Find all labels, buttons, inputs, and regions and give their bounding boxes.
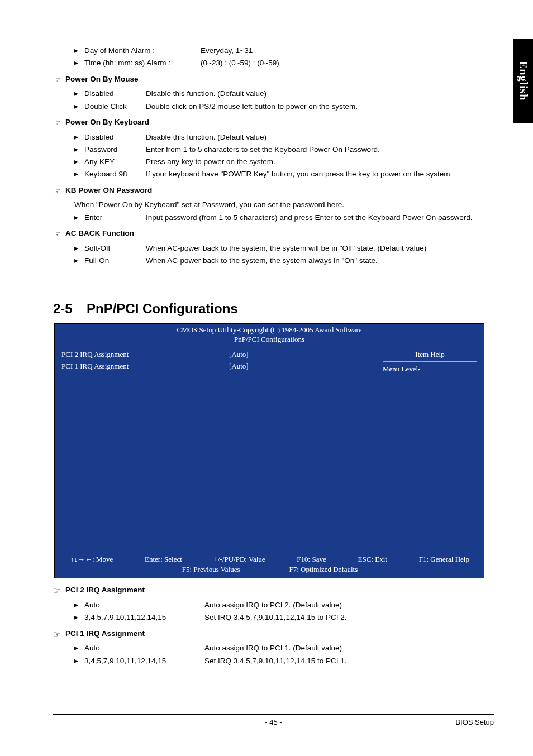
option-row: ▸ Disabled Disable this function. (Defau… [74,131,494,143]
option-desc: Set IRQ 3,4,5,7,9,10,11,12,14,15 to PCI … [204,611,494,624]
option-desc: Disable this function. (Default value) [146,131,494,143]
pointer-icon: ☞ [53,116,65,130]
bios-field-value[interactable]: [Auto] [229,348,373,360]
option-label: Auto [84,599,204,611]
option-row: ▸ Password Enter from 1 to 5 characters … [74,143,494,156]
page-number: - 45 - [265,716,282,728]
bios-title-1: CMOS Setup Utility-Copyright (C) 1984-20… [55,325,484,335]
bios-title: CMOS Setup Utility-Copyright (C) 1984-20… [55,324,484,344]
option-row: ▸ Auto Auto assign IRQ to PCI 1. (Defaul… [74,642,494,654]
bullet-icon: ▸ [74,212,84,224]
bios-title-2: PnP/PCI Configurations [55,334,484,344]
bullet-icon: ▸ [74,255,84,267]
pointer-icon: ☞ [53,73,65,87]
option-row: ▸ Keyboard 98 If your keyboard have "POW… [74,168,494,180]
option-row: ▸ 3,4,5,7,9,10,11,12,14,15 Set IRQ 3,4,5… [74,655,494,667]
option-row: ▸ Disabled Disable this function. (Defau… [74,88,494,100]
bios-menu-level: Menu Level [383,363,477,375]
bullet-icon: ▸ [74,88,84,100]
option-label: Password [84,143,146,156]
bullet-icon: ▸ [74,599,84,611]
option-row: ▸ Soft-Off When AC-power back to the sys… [74,242,494,255]
option-desc: Double click on PS/2 mouse left button t… [146,101,494,113]
heading-text: PCI 1 IRQ Assignment [65,628,494,642]
bios-settings-pane[interactable]: PCI 2 IRQ Assignment [Auto] PCI 1 IRQ As… [57,346,378,552]
option-row: ▸ Enter Input password (from 1 to 5 char… [74,212,494,224]
option-desc: Input password (from 1 to 5 characters) … [146,212,494,224]
menu-level-text: Menu Level [383,365,418,373]
option-label: Enter [84,212,146,224]
option-desc: Enter from 1 to 5 characters to set the … [146,143,494,156]
bios-help-header: Item Help [383,348,477,362]
pointer-icon: ☞ [53,184,65,198]
bullet-icon: ▸ [74,642,84,654]
option-desc: Auto assign IRQ to PCI 1. (Default value… [204,642,494,654]
bios-setup-screen: CMOS Setup Utility-Copyright (C) 1984-20… [54,323,484,578]
key-f1: F1: General Help [419,554,474,564]
section-title: PnP/PCI Configurations [87,298,238,320]
bullet-icon: ▸ [74,611,84,624]
option-label: Keyboard 98 [84,168,146,180]
option-row: ▸ Double Click Double click on PS/2 mous… [74,101,494,113]
bullet-icon: ▸ [74,242,84,255]
bios-row[interactable]: PCI 1 IRQ Assignment [Auto] [61,360,373,372]
bullet-icon: ▸ [74,101,84,113]
heading-power-on-mouse: ☞ Power On By Mouse [53,73,494,87]
alarm-day-value: Everyday, 1~31 [201,45,494,57]
heading-text: KB Power ON Password [65,184,494,198]
heading-text: Power On By Keyboard [65,116,494,130]
option-label: Soft-Off [84,242,146,255]
page-content: ▸ Day of Month Alarm : Everyday, 1~31 ▸ … [0,0,533,667]
bios-field-value[interactable]: [Auto] [229,360,373,372]
key-esc: ESC: Exit [358,554,392,564]
option-row: ▸ Any KEY Press any key to power on the … [74,156,494,168]
bullet-icon: ▸ [74,168,84,180]
bios-field-label: PCI 2 IRQ Assignment [61,348,229,360]
option-label: Disabled [84,88,146,100]
key-pupd: +/-/PU/PD: Value [214,554,270,564]
key-enter: Enter: Select [145,554,187,564]
option-label: Full-On [84,255,146,267]
pointer-icon: ☞ [53,628,65,642]
heading-pci1: ☞ PCI 1 IRQ Assignment [53,628,494,642]
section-number: 2-5 [53,298,87,320]
section-heading: 2-5 PnP/PCI Configurations [53,298,494,320]
language-tab: English [513,39,533,123]
option-desc: Disable this function. (Default value) [146,88,494,100]
pointer-icon: ☞ [53,584,65,598]
footer-section: BIOS Setup [455,716,494,728]
bios-help-pane: Item Help Menu Level [378,346,482,552]
kb-intro: When "Power On by Keyboard" set at Passw… [74,199,494,211]
heading-ac-back: ☞ AC BACK Function [53,227,494,241]
option-label: Any KEY [84,156,146,168]
option-desc: When AC-power back to the system, the sy… [146,242,494,255]
key-f10: F10: Save [297,554,330,564]
heading-power-on-keyboard: ☞ Power On By Keyboard [53,116,494,130]
bios-field-label: PCI 1 IRQ Assignment [61,360,229,372]
bullet-icon: ▸ [74,156,84,168]
bullet-icon: ▸ [74,131,84,143]
bullet-icon: ▸ [74,57,84,69]
option-row: ▸ 3,4,5,7,9,10,11,12,14,15 Set IRQ 3,4,5… [74,611,494,624]
heading-text: AC BACK Function [65,227,494,241]
heading-kb-power-on: ☞ KB Power ON Password [53,184,494,198]
option-label: Disabled [84,131,146,143]
bios-footer-keys: ↑↓→←: Move Enter: Select +/-/PU/PD: Valu… [55,553,484,578]
option-desc: Press any key to power on the system. [146,156,494,168]
alarm-day-row: ▸ Day of Month Alarm : Everyday, 1~31 [74,45,494,57]
pointer-icon: ☞ [53,227,65,241]
option-desc: Set IRQ 3,4,5,7,9,10,11,12,14,15 to PCI … [204,655,494,667]
option-row: ▸ Auto Auto assign IRQ to PCI 2. (Defaul… [74,599,494,611]
alarm-time-label: Time (hh: mm: ss) Alarm : [84,57,201,69]
alarm-time-row: ▸ Time (hh: mm: ss) Alarm : (0~23) : (0~… [74,57,494,69]
heading-pci2: ☞ PCI 2 IRQ Assignment [53,584,494,598]
bullet-icon: ▸ [74,45,84,57]
heading-text: Power On By Mouse [65,73,494,87]
heading-text: PCI 2 IRQ Assignment [65,584,494,598]
option-label: Double Click [84,101,146,113]
option-label: 3,4,5,7,9,10,11,12,14,15 [84,655,204,667]
option-row: ▸ Full-On When AC-power back to the syst… [74,255,494,267]
bios-row[interactable]: PCI 2 IRQ Assignment [Auto] [61,348,373,360]
key-f5: F5: Previous Values [182,564,245,575]
option-label: Auto [84,642,204,654]
